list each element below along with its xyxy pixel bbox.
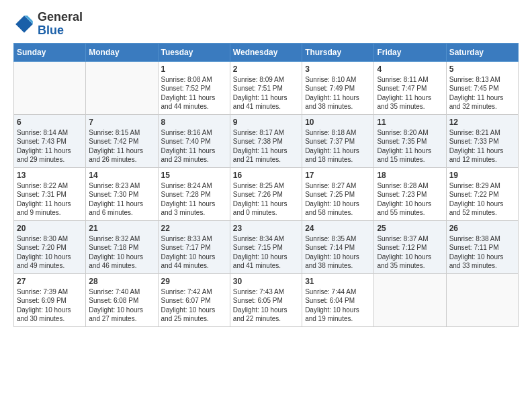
- day-number: 26: [449, 224, 515, 233]
- day-info: Sunrise: 7:42 AMSunset: 6:07 PMDaylight:…: [161, 287, 227, 324]
- day-number: 25: [377, 224, 443, 233]
- day-info: Sunrise: 8:23 AMSunset: 7:30 PMDaylight:…: [89, 181, 154, 218]
- week-row-5: 27Sunrise: 7:39 AMSunset: 6:09 PMDayligh…: [14, 273, 519, 326]
- day-cell: 19Sunrise: 8:29 AMSunset: 7:22 PMDayligh…: [446, 167, 518, 220]
- day-number: 23: [233, 224, 299, 233]
- day-info: Sunrise: 8:34 AMSunset: 7:15 PMDaylight:…: [233, 234, 299, 271]
- day-cell: [86, 61, 158, 114]
- day-number: 30: [233, 277, 299, 286]
- day-cell: 15Sunrise: 8:24 AMSunset: 7:28 PMDayligh…: [158, 167, 230, 220]
- day-info: Sunrise: 8:35 AMSunset: 7:14 PMDaylight:…: [305, 234, 371, 271]
- day-info: Sunrise: 8:14 AMSunset: 7:43 PMDaylight:…: [17, 128, 83, 165]
- day-cell: 2Sunrise: 8:09 AMSunset: 7:51 PMDaylight…: [230, 61, 302, 114]
- day-info: Sunrise: 8:30 AMSunset: 7:20 PMDaylight:…: [17, 234, 83, 271]
- day-info: Sunrise: 8:27 AMSunset: 7:25 PMDaylight:…: [305, 181, 371, 218]
- day-number: 9: [233, 118, 299, 127]
- day-number: 20: [17, 224, 83, 233]
- day-cell: 17Sunrise: 8:27 AMSunset: 7:25 PMDayligh…: [302, 167, 374, 220]
- day-info: Sunrise: 8:29 AMSunset: 7:22 PMDaylight:…: [449, 181, 515, 218]
- calendar-header-row: SundayMondayTuesdayWednesdayThursdayFrid…: [14, 43, 519, 61]
- day-number: 13: [17, 171, 83, 180]
- day-cell: 16Sunrise: 8:25 AMSunset: 7:26 PMDayligh…: [230, 167, 302, 220]
- day-info: Sunrise: 8:32 AMSunset: 7:18 PMDaylight:…: [89, 234, 154, 271]
- col-header-friday: Friday: [374, 43, 446, 61]
- day-cell: 1Sunrise: 8:08 AMSunset: 7:52 PMDaylight…: [158, 61, 230, 114]
- day-info: Sunrise: 8:11 AMSunset: 7:47 PMDaylight:…: [377, 75, 443, 111]
- week-row-3: 13Sunrise: 8:22 AMSunset: 7:31 PMDayligh…: [14, 167, 519, 220]
- day-cell: 23Sunrise: 8:34 AMSunset: 7:15 PMDayligh…: [230, 220, 302, 273]
- day-cell: 18Sunrise: 8:28 AMSunset: 7:23 PMDayligh…: [374, 167, 446, 220]
- day-info: Sunrise: 8:09 AMSunset: 7:51 PMDaylight:…: [233, 75, 299, 111]
- header: General Blue: [13, 11, 519, 38]
- day-info: Sunrise: 8:28 AMSunset: 7:23 PMDaylight:…: [377, 181, 443, 218]
- day-info: Sunrise: 8:18 AMSunset: 7:37 PMDaylight:…: [305, 128, 371, 165]
- day-number: 19: [449, 171, 515, 180]
- col-header-sunday: Sunday: [14, 43, 86, 61]
- col-header-wednesday: Wednesday: [230, 43, 302, 61]
- page: General Blue SundayMondayTuesdayWednesda…: [0, 0, 532, 338]
- col-header-tuesday: Tuesday: [158, 43, 230, 61]
- day-number: 6: [17, 118, 83, 127]
- day-cell: 24Sunrise: 8:35 AMSunset: 7:14 PMDayligh…: [302, 220, 374, 273]
- day-info: Sunrise: 7:44 AMSunset: 6:04 PMDaylight:…: [305, 287, 371, 324]
- day-number: 4: [377, 64, 443, 74]
- col-header-thursday: Thursday: [302, 43, 374, 61]
- day-cell: 9Sunrise: 8:17 AMSunset: 7:38 PMDaylight…: [230, 114, 302, 167]
- day-info: Sunrise: 8:22 AMSunset: 7:31 PMDaylight:…: [17, 181, 83, 218]
- day-cell: 6Sunrise: 8:14 AMSunset: 7:43 PMDaylight…: [14, 114, 86, 167]
- day-info: Sunrise: 8:33 AMSunset: 7:17 PMDaylight:…: [161, 234, 227, 271]
- col-header-saturday: Saturday: [446, 43, 518, 61]
- week-row-4: 20Sunrise: 8:30 AMSunset: 7:20 PMDayligh…: [14, 220, 519, 273]
- day-cell: 21Sunrise: 8:32 AMSunset: 7:18 PMDayligh…: [86, 220, 158, 273]
- day-cell: 29Sunrise: 7:42 AMSunset: 6:07 PMDayligh…: [158, 273, 230, 326]
- day-number: 7: [89, 118, 154, 127]
- day-number: 29: [161, 277, 227, 286]
- day-number: 31: [305, 277, 371, 286]
- day-cell: 8Sunrise: 8:16 AMSunset: 7:40 PMDaylight…: [158, 114, 230, 167]
- day-info: Sunrise: 8:38 AMSunset: 7:11 PMDaylight:…: [449, 234, 515, 271]
- day-number: 21: [89, 224, 154, 233]
- day-cell: 12Sunrise: 8:21 AMSunset: 7:33 PMDayligh…: [446, 114, 518, 167]
- day-number: 22: [161, 224, 227, 233]
- day-cell: 3Sunrise: 8:10 AMSunset: 7:49 PMDaylight…: [302, 61, 374, 114]
- day-cell: 30Sunrise: 7:43 AMSunset: 6:05 PMDayligh…: [230, 273, 302, 326]
- day-cell: 26Sunrise: 8:38 AMSunset: 7:11 PMDayligh…: [446, 220, 518, 273]
- day-info: Sunrise: 8:37 AMSunset: 7:12 PMDaylight:…: [377, 234, 443, 271]
- col-header-monday: Monday: [86, 43, 158, 61]
- day-cell: 13Sunrise: 8:22 AMSunset: 7:31 PMDayligh…: [14, 167, 86, 220]
- day-number: 28: [89, 277, 154, 286]
- day-number: 12: [449, 118, 515, 127]
- day-number: 14: [89, 171, 154, 180]
- day-cell: 4Sunrise: 8:11 AMSunset: 7:47 PMDaylight…: [374, 61, 446, 114]
- day-number: 17: [305, 171, 371, 180]
- day-cell: [14, 61, 86, 114]
- day-number: 24: [305, 224, 371, 233]
- day-info: Sunrise: 8:13 AMSunset: 7:45 PMDaylight:…: [449, 75, 515, 111]
- day-info: Sunrise: 7:43 AMSunset: 6:05 PMDaylight:…: [233, 287, 299, 324]
- day-number: 16: [233, 171, 299, 180]
- day-number: 27: [17, 277, 83, 286]
- day-number: 15: [161, 171, 227, 180]
- day-cell: 10Sunrise: 8:18 AMSunset: 7:37 PMDayligh…: [302, 114, 374, 167]
- day-cell: 25Sunrise: 8:37 AMSunset: 7:12 PMDayligh…: [374, 220, 446, 273]
- day-cell: 27Sunrise: 7:39 AMSunset: 6:09 PMDayligh…: [14, 273, 86, 326]
- day-info: Sunrise: 8:08 AMSunset: 7:52 PMDaylight:…: [161, 75, 227, 111]
- day-cell: 28Sunrise: 7:40 AMSunset: 6:08 PMDayligh…: [86, 273, 158, 326]
- week-row-1: 1Sunrise: 8:08 AMSunset: 7:52 PMDaylight…: [14, 61, 519, 114]
- svg-marker-0: [15, 15, 33, 33]
- day-cell: [446, 273, 518, 326]
- day-cell: 14Sunrise: 8:23 AMSunset: 7:30 PMDayligh…: [86, 167, 158, 220]
- calendar-table: SundayMondayTuesdayWednesdayThursdayFrid…: [13, 43, 519, 327]
- day-number: 18: [377, 171, 443, 180]
- logo-icon: [13, 13, 35, 35]
- day-number: 10: [305, 118, 371, 127]
- day-info: Sunrise: 8:20 AMSunset: 7:35 PMDaylight:…: [377, 128, 443, 165]
- day-number: 3: [305, 64, 371, 74]
- day-cell: 20Sunrise: 8:30 AMSunset: 7:20 PMDayligh…: [14, 220, 86, 273]
- day-number: 1: [161, 64, 227, 74]
- day-cell: 5Sunrise: 8:13 AMSunset: 7:45 PMDaylight…: [446, 61, 518, 114]
- day-info: Sunrise: 8:25 AMSunset: 7:26 PMDaylight:…: [233, 181, 299, 218]
- week-row-2: 6Sunrise: 8:14 AMSunset: 7:43 PMDaylight…: [14, 114, 519, 167]
- day-cell: 22Sunrise: 8:33 AMSunset: 7:17 PMDayligh…: [158, 220, 230, 273]
- day-cell: 31Sunrise: 7:44 AMSunset: 6:04 PMDayligh…: [302, 273, 374, 326]
